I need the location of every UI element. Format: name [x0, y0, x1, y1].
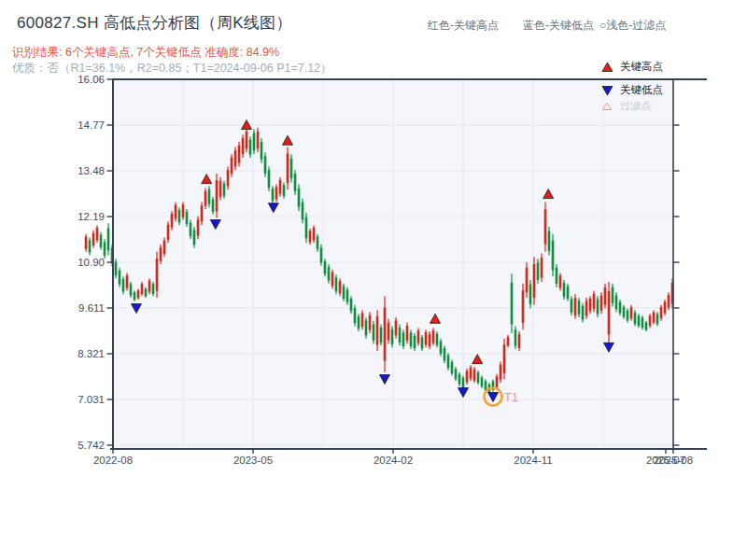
recognition-result-text: 识别结果: 6个关键高点, 7个关键低点 准确度: 84.9%	[12, 45, 279, 61]
color-key-filtered-label: ○浅色-过滤点	[599, 18, 666, 34]
legend-label-key-low: 关键低点	[620, 83, 663, 97]
svg-text:7.031: 7.031	[78, 394, 105, 405]
svg-text:2024-11: 2024-11	[514, 455, 552, 466]
red-up-triangle-icon	[601, 62, 613, 73]
legend-label-filtered: 过滤点	[620, 99, 651, 113]
svg-text:13.48: 13.48	[78, 165, 105, 176]
svg-text:2023-05: 2023-05	[233, 455, 273, 466]
color-key-high-label: 红色-关键高点	[428, 18, 499, 34]
svg-text:10.90: 10.90	[78, 257, 105, 268]
svg-text:2025-08: 2025-08	[654, 455, 693, 466]
svg-text:T1: T1	[504, 390, 518, 404]
blue-down-triangle-icon	[601, 85, 613, 96]
quality-metrics-text: 优质：否（R1=36.1%，R2=0.85；T1=2024-09-06 P1=7…	[12, 61, 332, 77]
svg-text:2022-08: 2022-08	[93, 455, 133, 466]
legend-item-key-low: 关键低点	[601, 83, 663, 97]
svg-text:5.742: 5.742	[78, 440, 105, 451]
svg-text:2024-02: 2024-02	[374, 455, 413, 466]
legend-item-filtered: 过滤点	[601, 99, 651, 113]
svg-text:9.611: 9.611	[78, 302, 105, 314]
color-key-low-label: 蓝色-关键低点	[523, 18, 594, 34]
svg-text:14.77: 14.77	[78, 119, 105, 131]
legend-label-key-high: 关键高点	[620, 60, 663, 74]
legend-item-key-high: 关键高点	[601, 60, 663, 74]
svg-text:12.19: 12.19	[78, 211, 105, 222]
page-title: 600827.SH 高低点分析图（周K线图）	[17, 12, 292, 34]
filtered-point-triangle-icon	[601, 102, 613, 111]
svg-text:8.321: 8.321	[78, 348, 105, 359]
